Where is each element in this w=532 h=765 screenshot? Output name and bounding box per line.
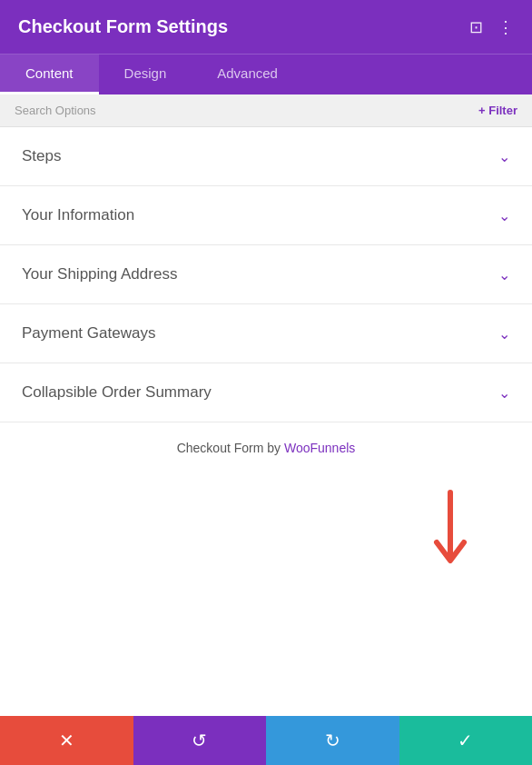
woofunnels-link[interactable]: WooFunnels: [284, 441, 355, 455]
chevron-down-icon: ⌄: [498, 384, 510, 402]
panel-title: Checkout Form Settings: [18, 16, 228, 37]
accordion-title-collapsible-order-summary: Collapsible Order Summary: [22, 383, 212, 402]
filter-button[interactable]: + Filter: [478, 104, 517, 117]
close-button[interactable]: ✕: [0, 716, 133, 765]
red-arrow-indicator: [423, 488, 478, 582]
tab-content[interactable]: Content: [0, 55, 99, 94]
header: Checkout Form Settings ⊡ ⋮: [0, 0, 532, 54]
accordion-payment-gateways[interactable]: Payment Gateways ⌄: [0, 304, 532, 363]
accordion-your-shipping-address[interactable]: Your Shipping Address ⌄: [0, 245, 532, 304]
menu-icon[interactable]: ⋮: [498, 17, 514, 37]
arrow-area: [0, 473, 532, 601]
chevron-down-icon: ⌄: [498, 148, 510, 165]
search-options-label: Search Options: [15, 104, 96, 117]
tabs-bar: Content Design Advanced: [0, 54, 532, 94]
chevron-down-icon: ⌄: [498, 266, 510, 283]
action-bar: ✕ ↺ ↻ ✓: [0, 716, 532, 765]
chevron-down-icon: ⌄: [498, 325, 510, 343]
chevron-down-icon: ⌄: [498, 207, 510, 224]
accordion-steps[interactable]: Steps ⌄: [0, 127, 532, 186]
undo-button[interactable]: ↺: [133, 716, 267, 765]
header-icons: ⊡ ⋮: [469, 17, 514, 37]
accordion-collapsible-order-summary[interactable]: Collapsible Order Summary ⌄: [0, 363, 532, 422]
tab-design[interactable]: Design: [99, 55, 192, 94]
expand-icon[interactable]: ⊡: [469, 17, 483, 37]
save-button[interactable]: ✓: [399, 716, 533, 765]
footer-credit: Checkout Form by WooFunnels: [0, 422, 532, 473]
accordion-title-payment-gateways: Payment Gateways: [22, 324, 155, 343]
accordion-title-your-information: Your Information: [22, 206, 134, 224]
content-area: Steps ⌄ Your Information ⌄ Your Shipping…: [0, 127, 532, 716]
redo-button[interactable]: ↻: [266, 716, 399, 765]
checkout-form-settings-panel: Checkout Form Settings ⊡ ⋮ Content Desig…: [0, 0, 532, 765]
accordion-your-information[interactable]: Your Information ⌄: [0, 186, 532, 245]
accordion-title-steps: Steps: [22, 147, 61, 165]
footer-credit-text: Checkout Form by: [177, 441, 284, 455]
search-bar: Search Options + Filter: [0, 94, 532, 127]
tab-advanced[interactable]: Advanced: [192, 55, 303, 94]
accordion-title-your-shipping-address: Your Shipping Address: [22, 265, 177, 283]
